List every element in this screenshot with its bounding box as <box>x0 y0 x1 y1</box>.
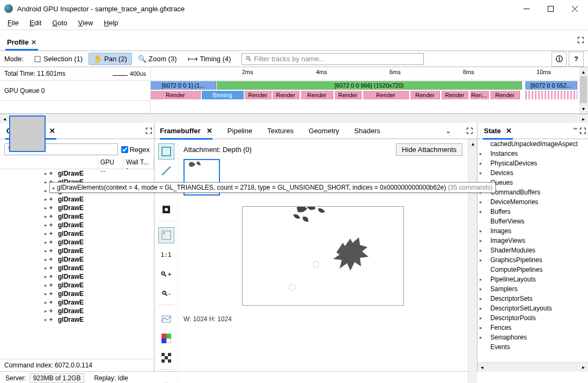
state-row[interactable]: ▸Images <box>477 226 588 236</box>
zoom-in-tool[interactable]: 🔍︎+ <box>158 266 174 282</box>
menu-view[interactable]: View <box>73 17 99 30</box>
timeline-top-band[interactable]: [6072 0 0 1] (1... [6072 0 0 866] (1520x… <box>151 81 579 90</box>
expand-icon[interactable]: ⛶ <box>577 37 583 44</box>
menu-edit[interactable]: Edit <box>24 17 47 30</box>
mode-row: Mode: Selection (1) ✋ Pan (2) 🔍 Zoom (3)… <box>0 51 588 67</box>
mode-pan-button[interactable]: ✋ Pan (2) <box>89 53 132 65</box>
tab-pipeline[interactable]: Pipeline <box>227 123 252 139</box>
state-row[interactable]: ComputePipelines <box>477 265 588 274</box>
close-icon[interactable]: ✕ <box>506 127 512 135</box>
state-row[interactable]: ▸Fences <box>477 323 588 333</box>
state-row[interactable]: ▸PipelineLayouts <box>477 274 588 284</box>
menu-file[interactable]: File <box>2 17 24 30</box>
command-row[interactable]: ▸✦glDrawE <box>0 264 154 272</box>
timeline-ruler[interactable]: 2ms 4ms 6ms 8ms 10ms <box>151 67 579 81</box>
state-row[interactable]: ▸PhysicalDevices <box>477 158 588 168</box>
svg-rect-14 <box>166 334 171 338</box>
state-row[interactable]: ▸ImageViews <box>477 236 588 245</box>
framebuffer-view[interactable] <box>242 206 404 306</box>
expand-icon[interactable]: ⛶ <box>466 127 472 135</box>
fit-tool[interactable] <box>158 227 174 243</box>
state-row[interactable]: Events <box>477 342 588 352</box>
state-tree[interactable]: cachedUnpackedImageAspect▸Instances▸Phys… <box>477 139 588 362</box>
command-row[interactable]: ▸✦glDrawE <box>0 229 154 238</box>
command-row[interactable]: ▸✦glDrawE <box>0 212 154 221</box>
state-row[interactable]: ▸Devices <box>477 168 588 178</box>
commands-header-row: GPU ... Wall T... ˄ <box>0 157 154 169</box>
updown-icon[interactable]: ˄˅ <box>573 127 576 134</box>
tab-profile[interactable]: Profile ✕ <box>5 36 38 50</box>
state-row[interactable]: ▸DescriptorPools <box>477 313 588 323</box>
dark-bg-tool[interactable] <box>158 201 174 218</box>
state-row[interactable]: ▸Buffers <box>477 207 588 216</box>
state-row[interactable]: ▸DescriptorSetLayouts <box>477 303 588 313</box>
chevron-down-icon[interactable]: ⌄ <box>445 127 451 135</box>
zoom-out-tool[interactable]: 🔍︎- <box>158 285 174 301</box>
state-hscroll[interactable]: ◂▸ <box>477 363 588 372</box>
command-row[interactable]: ▸✦glDrawE <box>0 307 154 315</box>
checker-tool[interactable] <box>158 350 174 366</box>
command-row[interactable]: ▸✦glDrawE <box>0 290 154 298</box>
state-row[interactable]: ▸Instances <box>477 149 588 158</box>
histogram-tool[interactable] <box>158 311 174 327</box>
info-icon: ⓘ <box>556 54 563 64</box>
save-tool[interactable]: ↓ <box>158 375 174 383</box>
workspace: Commands ✕ ⛶ 🔍︎ Regex GPU ... Wall T... … <box>0 123 588 371</box>
fb-vscroll[interactable]: ▴▾ <box>468 139 477 383</box>
info-button[interactable]: ⓘ <box>552 52 567 67</box>
state-row[interactable]: cachedUnpackedImageAspect <box>477 139 588 149</box>
timeline-render-band[interactable]: Render Binning Render Render Render Rend… <box>151 90 579 100</box>
window-close-button[interactable] <box>563 1 587 16</box>
timeline-vscroll[interactable]: ▴▾ <box>579 67 588 113</box>
command-row[interactable]: ▸✦glDrawE <box>0 315 154 324</box>
window-maximize-button[interactable] <box>539 1 563 16</box>
hide-attachments-button[interactable]: Hide Attachments <box>396 143 462 156</box>
menu-help[interactable]: Help <box>99 17 124 30</box>
actual-size-tool[interactable]: 1:1 <box>158 247 174 263</box>
close-icon[interactable]: ✕ <box>49 127 55 135</box>
state-row[interactable]: BufferViews <box>477 216 588 226</box>
command-row[interactable]: ▸✦glDrawE <box>0 221 154 229</box>
commands-panel: Commands ✕ ⛶ 🔍︎ Regex GPU ... Wall T... … <box>0 123 155 371</box>
mode-timing-button[interactable]: ⟼ Timing (4) <box>183 53 236 65</box>
tab-framebuffer[interactable]: Framebuffer✕ <box>160 124 212 140</box>
menu-goto[interactable]: Goto <box>47 17 72 30</box>
attachment-depth-tool[interactable] <box>158 163 174 179</box>
command-row[interactable]: ▸✦glDrawE <box>0 272 154 281</box>
command-row[interactable]: ▸✦glDrawE <box>0 255 154 264</box>
state-row[interactable]: ▸ShaderModules <box>477 245 588 255</box>
state-row[interactable]: ▸Samplers <box>477 284 588 294</box>
attachment-color-tool[interactable] <box>158 143 174 160</box>
mode-zoom-button[interactable]: 🔍 Zoom (3) <box>133 53 182 65</box>
close-icon[interactable]: ✕ <box>31 39 36 46</box>
state-row[interactable]: ▸GraphicsPipelines <box>477 255 588 265</box>
svg-point-11 <box>163 233 165 234</box>
command-row[interactable]: ▸✦glDrawE <box>0 169 154 178</box>
help-button[interactable]: ? <box>569 52 584 67</box>
state-tab[interactable]: State ✕ <box>483 124 513 140</box>
regex-checkbox[interactable]: Regex <box>121 146 150 154</box>
close-icon[interactable]: ✕ <box>207 127 212 135</box>
expand-icon[interactable]: ⛶ <box>579 127 585 135</box>
command-row[interactable]: ▸✦glDrawE <box>0 281 154 290</box>
col-gpu[interactable]: GPU ... <box>98 157 124 169</box>
mode-selection-button[interactable]: Selection (1) <box>29 53 87 65</box>
col-wall[interactable]: Wall T... ˄ <box>124 157 154 169</box>
commands-list[interactable]: ▸✦glDrawE▸✦glDrawE▸✦glDrawE▸✦glDrawE▸✦gl… <box>0 169 154 359</box>
tab-textures[interactable]: Textures <box>267 123 293 139</box>
command-row[interactable]: ▸✦glDrawE <box>0 195 154 204</box>
tab-shaders[interactable]: Shaders <box>354 123 380 139</box>
expand-icon[interactable]: ⛶ <box>145 127 151 135</box>
state-row[interactable]: ▸Semaphores <box>477 333 588 342</box>
tab-geometry[interactable]: Geometry <box>308 123 339 139</box>
command-row[interactable]: ▸✦glDrawE <box>0 247 154 255</box>
channels-tool[interactable] <box>158 330 174 346</box>
timeline-hscroll[interactable]: ◂▸ <box>0 114 588 123</box>
state-row[interactable]: ▸DescriptorSets <box>477 294 588 303</box>
command-row[interactable]: ▸✦glDrawE <box>0 204 154 212</box>
command-row[interactable]: ▸✦glDrawE <box>0 238 154 247</box>
command-row[interactable]: ▸✦glDrawE <box>0 298 154 307</box>
filter-tracks-input[interactable]: 🔍︎ Filter tracks by name... <box>241 53 424 65</box>
state-row[interactable]: ▸DeviceMemories <box>477 197 588 207</box>
window-minimize-button[interactable] <box>514 1 539 16</box>
